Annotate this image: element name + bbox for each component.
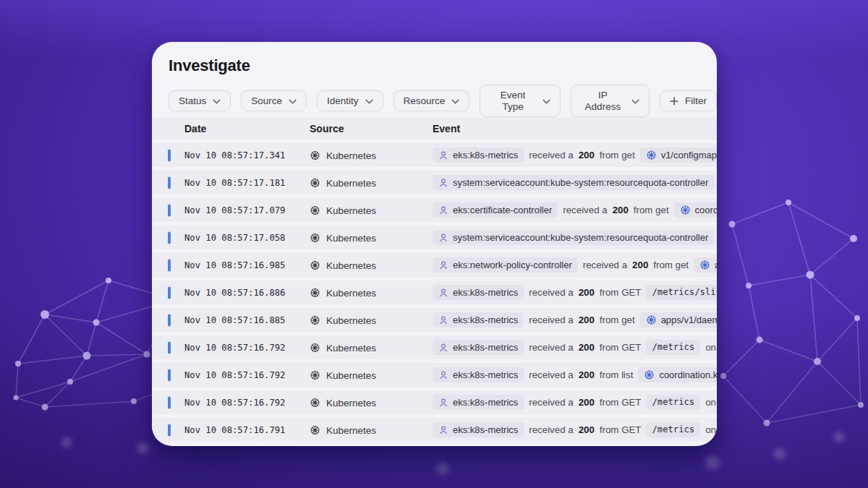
add-filter-button[interactable]: Filter [660,90,717,112]
add-filter-label: Filter [685,95,707,107]
filter-dropdown-status[interactable]: Status [169,90,231,112]
identity-chip-label: eks:k8s-metrics [453,424,518,436]
table-row[interactable]: Nov 10 08:57:16.886Kuberneteseks:k8s-met… [152,281,717,304]
chevron-down-icon [631,99,639,104]
filter-dropdown-label: Resource [404,95,446,107]
url-path-chip[interactable]: /metrics [646,422,700,437]
event-cell: eks:certificate-controllerreceived a200f… [433,198,717,222]
table-row[interactable]: Nov 10 08:57:16.792Kuberneteseks:k8s-met… [152,363,717,387]
user-icon [438,260,448,270]
identity-chip-label: system:serviceaccount:kube-system:resour… [453,232,708,244]
table-row[interactable]: Nov 10 08:57:17.181Kubernetessystem:serv… [152,171,717,194]
status-code: 200 [579,314,595,325]
user-icon [438,178,448,188]
event-source: Kubernetes [310,260,376,270]
filter-dropdown-identity[interactable]: Identity [317,90,383,112]
identity-chip[interactable]: eks:k8s-metrics [433,422,524,438]
filter-dropdown-source[interactable]: Source [241,90,307,112]
status-code: 200 [613,205,629,215]
identity-chip[interactable]: eks:k8s-metrics [433,395,524,411]
user-icon [438,315,448,325]
identity-chip-label: system:serviceaccount:kube-system:resour… [453,177,708,189]
severity-bar [168,314,171,326]
identity-chip[interactable]: eks:k8s-metrics [433,312,524,328]
url-path-chip[interactable]: /metrics [646,340,700,355]
filter-dropdown-event-type[interactable]: Event Type [480,85,560,117]
column-header-source: Source [310,123,344,134]
event-date: Nov 10 08:57:17.058 [184,233,285,243]
event-text: received a [529,342,573,353]
table-row[interactable]: Nov 10 08:57:16.885Kuberneteseks:k8s-met… [152,308,717,332]
source-label: Kubernetes [326,424,376,435]
table-row[interactable]: Nov 10 08:57:17.079Kuberneteseks:certifi… [152,198,717,222]
identity-chip[interactable]: eks:k8s-metrics [433,285,524,301]
filter-dropdown-resource[interactable]: Resource [393,90,470,112]
source-label: Kubernetes [326,260,376,270]
identity-chip[interactable]: eks:k8s-metrics [433,367,524,383]
event-text: from GET [600,424,642,435]
event-cell: eks:k8s-metricsreceived a200from GET/met… [433,418,717,442]
status-code: 200 [579,342,595,353]
kubernetes-resource-chip[interactable]: coordination.k8s.io [638,367,717,383]
kubernetes-icon [310,177,320,188]
identity-chip-label: eks:k8s-metrics [453,342,518,354]
event-text: from GET [600,342,642,353]
status-code: 200 [579,150,595,160]
event-source: Kubernetes [310,287,376,298]
table-row[interactable]: Nov 10 08:57:17.058Kubernetessystem:serv… [152,226,717,249]
kubernetes-icon [310,314,320,325]
severity-bar [168,396,171,408]
kubernetes-resource-chip[interactable]: v1/configmaps ku [640,147,717,163]
url-path-chip[interactable]: /metrics/slis [646,285,717,300]
panel-header: Investigate [152,42,717,75]
plus-icon [670,97,678,106]
source-label: Kubernetes [326,177,376,188]
event-text: from list [600,369,634,380]
event-text: from get [653,260,689,270]
event-cell: system:serviceaccount:kube-system:resour… [433,226,717,249]
user-icon [438,425,448,435]
kubernetes-icon [310,342,320,353]
kubernetes-icon [310,287,320,298]
filter-dropdown-label: Status [179,95,206,107]
identity-chip[interactable]: eks:certificate-controller [433,202,558,218]
event-source: Kubernetes [310,342,376,353]
event-date: Nov 10 08:57:16.886 [184,288,285,298]
events-table: Date Source Event Nov 10 08:57:17.341Kub… [152,117,717,446]
event-text: received a [529,424,573,435]
event-source: Kubernetes [310,397,376,408]
kubernetes-resource-chip[interactable]: apie [694,257,717,273]
filter-dropdown-ip-address[interactable]: IP Address [571,85,650,117]
event-text: from GET [600,287,642,298]
table-row[interactable]: Nov 10 08:57:17.341Kuberneteseks:k8s-met… [152,143,717,167]
resource-chip-label: coordination.k8s.io [659,369,717,381]
chevron-down-icon [289,99,297,104]
severity-bar [168,369,171,381]
severity-bar [168,204,171,216]
identity-chip[interactable]: system:serviceaccount:kube-system:resour… [433,230,714,246]
user-icon [438,343,448,353]
identity-chip[interactable]: eks:network-policy-controller [433,257,578,273]
kubernetes-icon [310,205,320,215]
table-row[interactable]: Nov 10 08:57:16.792Kuberneteseks:k8s-met… [152,390,717,414]
identity-chip[interactable]: eks:k8s-metrics [433,147,524,163]
severity-bar [168,149,171,161]
user-icon [438,370,448,380]
kubernetes-icon [310,424,320,435]
identity-chip[interactable]: system:serviceaccount:kube-system:resour… [433,175,714,191]
identity-chip-label: eks:k8s-metrics [453,397,518,408]
status-code: 200 [579,397,595,408]
severity-bar [168,176,171,189]
kubernetes-icon [310,232,320,243]
table-row[interactable]: Nov 10 08:57:16.985Kuberneteseks:network… [152,253,717,277]
event-date: Nov 10 08:57:16.885 [184,315,285,325]
event-source: Kubernetes [310,205,376,215]
kubernetes-resource-chip[interactable]: coordina [674,202,717,218]
status-code: 200 [632,260,648,270]
url-path-chip[interactable]: /metrics [646,395,700,410]
table-row[interactable]: Nov 10 08:57:16.791Kuberneteseks:k8s-met… [152,418,717,442]
table-row[interactable]: Nov 10 08:57:16.792Kuberneteseks:k8s-met… [152,335,717,359]
severity-bar [168,341,171,354]
identity-chip[interactable]: eks:k8s-metrics [433,340,524,356]
kubernetes-resource-chip[interactable]: apps/v1/daemons [640,312,717,328]
